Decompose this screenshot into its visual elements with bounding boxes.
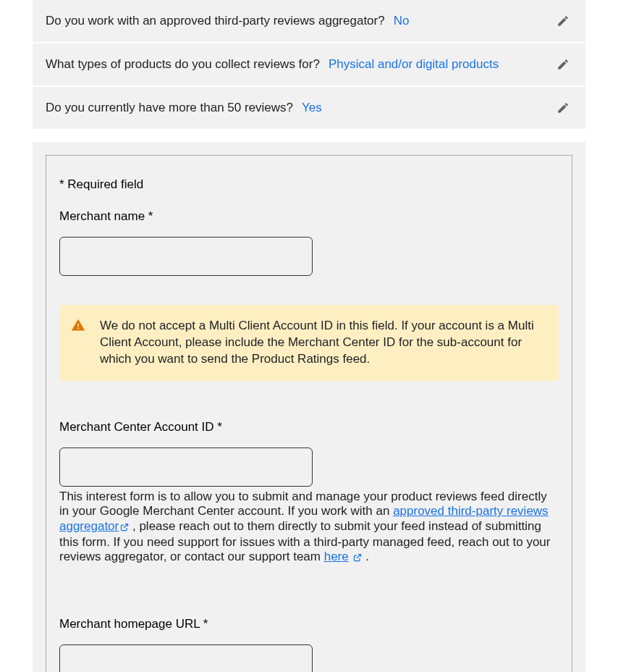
homepage-url-input[interactable] xyxy=(59,644,313,672)
account-id-help: This interest form is to allow you to su… xyxy=(59,490,559,566)
merchant-name-input[interactable] xyxy=(59,237,313,276)
form-inner: * Required field Merchant name * We do n… xyxy=(46,155,572,672)
edit-button[interactable] xyxy=(554,12,572,30)
help-text-mid: , please reach out to them directly to s… xyxy=(59,519,550,564)
external-link-icon xyxy=(353,551,362,566)
help-text-end: . xyxy=(362,550,368,563)
pencil-icon xyxy=(556,58,570,71)
edit-button[interactable] xyxy=(554,98,572,117)
summary-row: Do you work with an approved third-party… xyxy=(33,0,585,42)
summary-question: Do you work with an approved third-party… xyxy=(46,14,385,28)
external-link-icon xyxy=(120,521,129,535)
account-id-input[interactable] xyxy=(59,448,313,487)
homepage-url-label: Merchant homepage URL * xyxy=(59,617,559,631)
summary-answer: Yes xyxy=(302,101,322,115)
summary-answer: Physical and/or digital products xyxy=(329,57,499,72)
alert-text: We do not accept a Multi Client Account … xyxy=(100,319,534,366)
form-panel: * Required field Merchant name * We do n… xyxy=(33,142,585,672)
summary-answer: No xyxy=(394,14,410,28)
warning-icon xyxy=(71,318,85,332)
summary-question: What types of products do you collect re… xyxy=(46,57,320,72)
summary-question: Do you currently have more than 50 revie… xyxy=(46,101,293,115)
required-note: * Required field xyxy=(59,177,559,192)
account-id-label: Merchant Center Account ID * xyxy=(59,420,559,434)
warning-alert: We do not accept a Multi Client Account … xyxy=(59,305,559,381)
support-here-link[interactable]: here xyxy=(324,550,349,563)
merchant-name-label: Merchant name * xyxy=(59,209,559,224)
pencil-icon xyxy=(556,14,570,28)
edit-button[interactable] xyxy=(554,55,572,74)
summary-row: What types of products do you collect re… xyxy=(33,43,585,85)
pencil-icon xyxy=(556,101,570,114)
summary-row: Do you currently have more than 50 revie… xyxy=(33,87,585,129)
